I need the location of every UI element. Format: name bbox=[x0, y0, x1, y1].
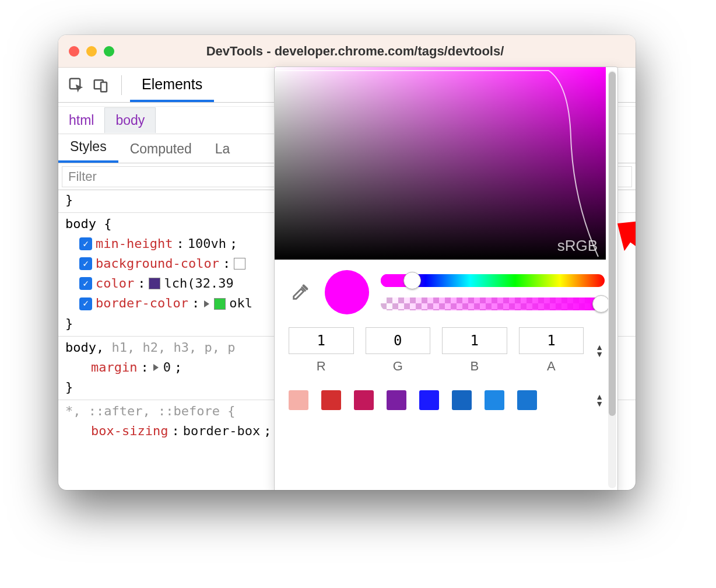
palette-swatch[interactable] bbox=[289, 390, 308, 410]
hue-slider[interactable] bbox=[381, 274, 605, 287]
color-picker-popover: sRGB 1 R bbox=[274, 66, 618, 490]
color-palette: ▲ ▼ bbox=[275, 374, 617, 410]
label-g: G bbox=[366, 359, 431, 374]
prop-min-height: min-height bbox=[96, 234, 173, 254]
prop-border-color: border-color bbox=[96, 293, 188, 313]
palette-swatch[interactable] bbox=[419, 390, 439, 410]
color-swatch-bg[interactable] bbox=[234, 258, 245, 270]
input-b[interactable]: 1 bbox=[442, 327, 507, 354]
selector-body: body, bbox=[65, 340, 111, 355]
toolbar-divider bbox=[121, 75, 122, 95]
color-swatch-color[interactable] bbox=[149, 278, 160, 289]
titlebar: DevTools - developer.chrome.com/tags/dev… bbox=[58, 35, 636, 68]
subtab-styles[interactable]: Styles bbox=[58, 133, 118, 163]
color-format-stepper[interactable]: ▲ ▼ bbox=[595, 344, 603, 357]
devtools-window: DevTools - developer.chrome.com/tags/dev… bbox=[58, 35, 636, 490]
device-toggle-icon[interactable] bbox=[89, 73, 113, 97]
eyedropper-icon[interactable] bbox=[287, 279, 313, 305]
checkbox-icon[interactable]: ✓ bbox=[79, 257, 92, 270]
expand-icon[interactable] bbox=[204, 300, 209, 307]
palette-swatch[interactable] bbox=[387, 390, 406, 410]
scrollbar-thumb[interactable] bbox=[609, 72, 616, 416]
prop-margin: margin bbox=[91, 358, 137, 377]
checkbox-icon[interactable]: ✓ bbox=[79, 277, 92, 290]
prop-box-sizing: box-sizing bbox=[91, 421, 168, 441]
alpha-slider[interactable] bbox=[381, 298, 605, 310]
palette-swatch[interactable] bbox=[321, 390, 341, 410]
chevron-down-icon: ▼ bbox=[595, 401, 603, 407]
zoom-window-button[interactable] bbox=[104, 46, 114, 57]
subtab-layout[interactable]: La bbox=[203, 135, 242, 163]
input-r[interactable]: 1 bbox=[289, 327, 354, 354]
scrollbar[interactable] bbox=[608, 71, 616, 488]
close-window-button[interactable] bbox=[69, 46, 79, 57]
chevron-down-icon: ▼ bbox=[595, 351, 603, 357]
gamut-boundary-line bbox=[275, 67, 606, 260]
val-box-sizing: border-box bbox=[183, 421, 260, 441]
val-border: okl bbox=[229, 293, 252, 313]
input-a[interactable]: 1 bbox=[519, 327, 584, 354]
label-r: R bbox=[289, 359, 354, 374]
breadcrumb-body[interactable]: body bbox=[104, 107, 156, 133]
current-color-swatch[interactable] bbox=[325, 270, 369, 314]
checkbox-icon[interactable]: ✓ bbox=[79, 237, 92, 250]
val-margin: 0 bbox=[163, 358, 171, 377]
hue-slider-knob[interactable] bbox=[403, 272, 421, 289]
checkbox-icon[interactable]: ✓ bbox=[79, 298, 92, 310]
palette-swatch[interactable] bbox=[485, 390, 504, 410]
val-min-height: 100vh bbox=[188, 234, 226, 254]
palette-swatch[interactable] bbox=[354, 390, 374, 410]
palette-stepper[interactable]: ▲ ▼ bbox=[595, 394, 603, 407]
color-swatch-border[interactable] bbox=[214, 298, 226, 310]
label-a: A bbox=[519, 359, 584, 374]
expand-icon[interactable] bbox=[153, 364, 159, 371]
tab-elements[interactable]: Elements bbox=[130, 68, 214, 102]
inspect-element-icon[interactable] bbox=[64, 73, 89, 97]
gamut-label: sRGB bbox=[557, 237, 598, 255]
breadcrumb-html[interactable]: html bbox=[58, 108, 104, 133]
svg-rect-2 bbox=[101, 82, 107, 92]
val-color: lch(32.39 bbox=[164, 274, 233, 293]
minimize-window-button[interactable] bbox=[86, 46, 97, 57]
input-g[interactable]: 0 bbox=[366, 327, 431, 354]
palette-swatch[interactable] bbox=[517, 390, 537, 410]
window-controls bbox=[69, 46, 114, 57]
window-title: DevTools - developer.chrome.com/tags/dev… bbox=[114, 44, 625, 59]
color-value-inputs: 1 R 0 G 1 B 1 A ▲ ▼ bbox=[275, 319, 617, 374]
palette-swatch[interactable] bbox=[452, 390, 472, 410]
label-b: B bbox=[442, 359, 507, 374]
prop-background-color: background-color bbox=[96, 254, 219, 274]
selector-rest: h1, h2, h3, p, p bbox=[111, 340, 235, 355]
prop-color: color bbox=[96, 274, 134, 293]
alpha-slider-knob[interactable] bbox=[592, 295, 610, 313]
picker-controls bbox=[275, 260, 617, 319]
color-spectrum[interactable]: sRGB bbox=[275, 67, 606, 260]
subtab-computed[interactable]: Computed bbox=[118, 135, 203, 163]
